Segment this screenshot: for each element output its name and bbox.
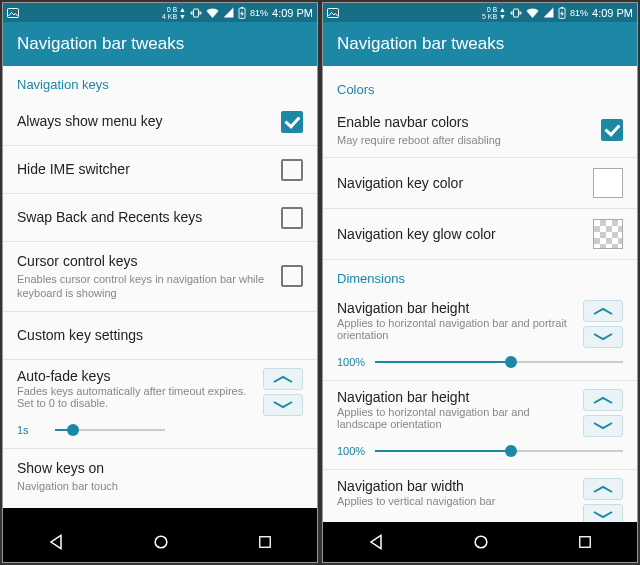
slider[interactable] xyxy=(375,354,623,370)
data-rate-up: 0 B ▲ xyxy=(162,6,186,13)
stepper-up[interactable] xyxy=(583,389,623,411)
row-title: Show keys on xyxy=(17,459,295,477)
settings-list[interactable]: Navigation keys Always show menu key Hid… xyxy=(3,66,317,508)
slider[interactable] xyxy=(375,443,623,459)
stepper-down[interactable] xyxy=(583,415,623,437)
color-swatch[interactable] xyxy=(593,219,623,249)
svg-rect-1 xyxy=(194,9,199,17)
stepper-down[interactable] xyxy=(583,326,623,348)
image-icon xyxy=(7,8,19,18)
row-auto-fade[interactable]: Auto-fade keys Fades keys automatically … xyxy=(3,360,317,449)
checkbox[interactable] xyxy=(281,159,303,181)
app-bar: Navigation bar tweaks xyxy=(323,22,637,66)
svg-rect-3 xyxy=(241,7,243,8)
row-title: Custom key settings xyxy=(17,326,295,344)
checkbox[interactable] xyxy=(601,119,623,141)
phone-right: 0 B ▲5 KB ▼ 81% 4:09 PM Navigation bar t… xyxy=(322,2,638,563)
row-title: Navigation bar height xyxy=(337,300,577,316)
row-hide-ime[interactable]: Hide IME switcher xyxy=(3,146,317,194)
vibrate-icon xyxy=(190,7,202,19)
row-title: Navigation bar height xyxy=(337,389,577,405)
data-rate-down: 4 KB ▼ xyxy=(162,13,186,20)
checkbox[interactable] xyxy=(281,265,303,287)
clock: 4:09 PM xyxy=(272,7,313,19)
phone-left: 0 B ▲4 KB ▼ 81% 4:09 PM Navigation bar t… xyxy=(2,2,318,563)
home-button[interactable] xyxy=(151,532,171,552)
wifi-icon xyxy=(206,7,219,18)
slider-value: 100% xyxy=(337,356,367,368)
battery-percent: 81% xyxy=(570,8,588,18)
system-navbar xyxy=(3,522,317,562)
signal-icon xyxy=(223,7,234,18)
black-spacer xyxy=(3,508,317,522)
wifi-icon xyxy=(526,7,539,18)
slider[interactable] xyxy=(55,422,165,438)
row-subtitle: Applies to vertical navigation bar xyxy=(337,495,577,507)
data-rate-up: 0 B ▲ xyxy=(482,6,506,13)
charging-icon xyxy=(238,7,246,19)
app-bar: Navigation bar tweaks xyxy=(3,22,317,66)
row-nav-key-glow-color[interactable]: Navigation key glow color xyxy=(323,209,637,260)
color-swatch[interactable] xyxy=(593,168,623,198)
data-rate-down: 5 KB ▼ xyxy=(482,13,506,20)
recents-button[interactable] xyxy=(576,533,594,551)
stepper-up[interactable] xyxy=(583,300,623,322)
svg-rect-7 xyxy=(514,9,519,17)
svg-rect-5 xyxy=(260,537,271,548)
row-navbar-height-landscape[interactable]: Navigation bar height Applies to horizon… xyxy=(323,381,637,470)
system-navbar xyxy=(323,522,637,562)
row-subtitle: Navigation bar touch xyxy=(17,479,295,493)
vibrate-icon xyxy=(510,7,522,19)
row-enable-navbar-colors[interactable]: Enable navbar colors May require reboot … xyxy=(323,103,637,158)
slider-value: 100% xyxy=(337,445,367,457)
svg-rect-6 xyxy=(328,8,339,17)
row-navbar-width[interactable]: Navigation bar width Applies to vertical… xyxy=(323,470,637,522)
row-title: Cursor control keys xyxy=(17,252,273,270)
row-subtitle: Fades keys automatically after timeout e… xyxy=(17,385,257,409)
status-bar: 0 B ▲5 KB ▼ 81% 4:09 PM xyxy=(323,3,637,22)
row-subtitle: May require reboot after disabling xyxy=(337,133,593,147)
settings-list[interactable]: Colors Enable navbar colors May require … xyxy=(323,66,637,522)
row-subtitle: Applies to horizontal navigation bar and… xyxy=(337,406,577,430)
clock: 4:09 PM xyxy=(592,7,633,19)
signal-icon xyxy=(543,7,554,18)
checkbox[interactable] xyxy=(281,207,303,229)
svg-rect-9 xyxy=(561,7,563,8)
row-title: Auto-fade keys xyxy=(17,368,257,384)
charging-icon xyxy=(558,7,566,19)
back-button[interactable] xyxy=(366,532,386,552)
home-button[interactable] xyxy=(471,532,491,552)
row-show-keys-on[interactable]: Show keys on Navigation bar touch xyxy=(3,449,317,503)
row-title: Hide IME switcher xyxy=(17,160,273,178)
row-subtitle: Applies to horizontal navigation bar and… xyxy=(337,317,577,341)
row-title: Navigation key glow color xyxy=(337,225,585,243)
svg-point-10 xyxy=(475,536,487,548)
recents-button[interactable] xyxy=(256,533,274,551)
row-title: Navigation bar width xyxy=(337,478,577,494)
stepper-up[interactable] xyxy=(263,368,303,390)
svg-rect-0 xyxy=(8,8,19,17)
row-title: Always show menu key xyxy=(17,112,273,130)
image-icon xyxy=(327,8,339,18)
stepper-up[interactable] xyxy=(583,478,623,500)
section-colors: Colors xyxy=(323,66,637,103)
section-dimensions: Dimensions xyxy=(323,260,637,292)
row-navbar-height-portrait[interactable]: Navigation bar height Applies to horizon… xyxy=(323,292,637,381)
stepper-down[interactable] xyxy=(583,504,623,522)
row-subtitle: Enables cursor control keys in navigatio… xyxy=(17,272,273,301)
checkbox[interactable] xyxy=(281,111,303,133)
row-cursor-control[interactable]: Cursor control keys Enables cursor contr… xyxy=(3,242,317,312)
svg-point-4 xyxy=(155,536,167,548)
slider-value: 1s xyxy=(17,424,47,436)
stepper-down[interactable] xyxy=(263,394,303,416)
row-nav-key-color[interactable]: Navigation key color xyxy=(323,158,637,209)
row-custom-key-settings[interactable]: Custom key settings xyxy=(3,312,317,360)
row-always-show-menu[interactable]: Always show menu key xyxy=(3,98,317,146)
battery-percent: 81% xyxy=(250,8,268,18)
row-title: Navigation key color xyxy=(337,174,585,192)
row-swap-back-recents[interactable]: Swap Back and Recents keys xyxy=(3,194,317,242)
status-bar: 0 B ▲4 KB ▼ 81% 4:09 PM xyxy=(3,3,317,22)
svg-rect-11 xyxy=(580,537,591,548)
row-title: Swap Back and Recents keys xyxy=(17,208,273,226)
back-button[interactable] xyxy=(46,532,66,552)
